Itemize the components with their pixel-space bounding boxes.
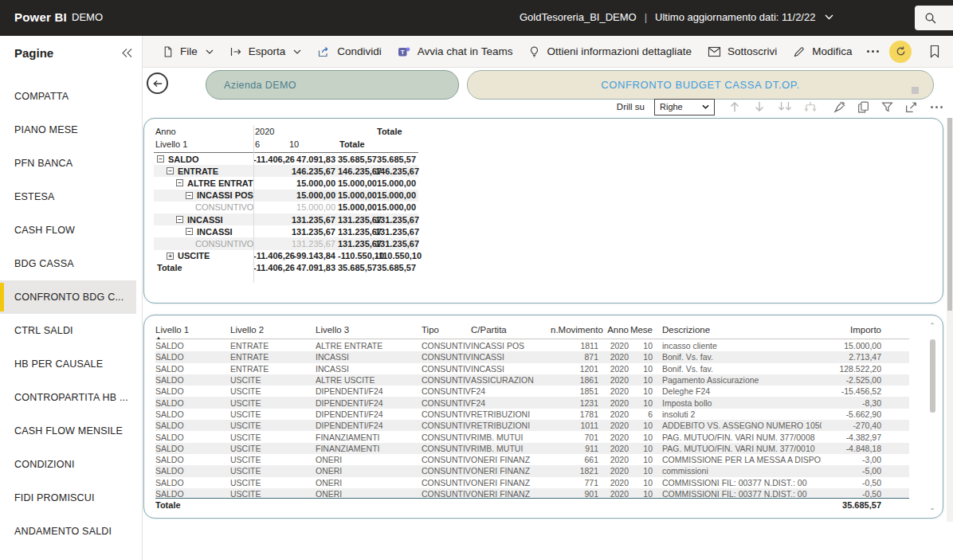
- table-row[interactable]: SALDO USCITE DIPENDENTI/F24 CONSUNTIVO F…: [155, 397, 909, 408]
- matrix-header: Anno 2020 Totale Livello 1 6 10 Totale: [154, 125, 418, 153]
- table-total-row: Totale 35.685,57: [155, 498, 909, 511]
- expand-collapse-icon[interactable]: −: [157, 155, 164, 163]
- expand-collapse-icon[interactable]: −: [176, 216, 183, 223]
- export-menu-button[interactable]: Esporta: [222, 36, 310, 68]
- matrix-row[interactable]: − ENTRATE 146.235,67 146.235,67 146.235,…: [154, 165, 418, 177]
- workspace-name[interactable]: DEMO: [72, 11, 103, 23]
- table-row[interactable]: SALDO USCITE ONERI CONSUNTIVO ONERI FINA…: [155, 465, 909, 476]
- lightbulb-icon: [528, 45, 540, 58]
- bookmark-icon[interactable]: [929, 45, 940, 58]
- scroll-down-icon[interactable]: ⌄: [929, 502, 935, 513]
- sidebar-page-item[interactable]: ANDAMENTO SALDI: [0, 515, 136, 548]
- sidebar-page-item[interactable]: CONFRONTO BDG C...: [0, 280, 136, 314]
- table-row[interactable]: SALDO USCITE DIPENDENTI/F24 CONSUNTIVO F…: [155, 386, 909, 397]
- matrix-row[interactable]: − INCASSI 131.235,67 131.235,67 131.235,…: [154, 225, 418, 237]
- sidebar-page-item[interactable]: COMPATTA: [0, 80, 136, 113]
- chevron-down-icon: [293, 49, 301, 54]
- expand-collapse-icon[interactable]: −: [186, 192, 193, 199]
- teams-chat-button[interactable]: T Avvia chat in Teams: [390, 36, 521, 68]
- scroll-up-icon[interactable]: ⌃: [929, 320, 935, 331]
- column-header-tipo[interactable]: Tipo: [422, 325, 471, 335]
- sidebar-page-item[interactable]: CONTROPARTITA HB ...: [0, 381, 136, 414]
- subscribe-button[interactable]: Sottoscrivi: [700, 36, 785, 68]
- column-header-mese[interactable]: Mese: [629, 325, 653, 335]
- more-options-button[interactable]: [861, 50, 885, 53]
- back-button[interactable]: [147, 72, 168, 94]
- column-header-anno[interactable]: Anno: [598, 325, 629, 335]
- arrow-left-icon: [152, 79, 163, 88]
- expand-collapse-icon[interactable]: +: [167, 253, 174, 260]
- matrix-col-10: 10: [288, 139, 338, 149]
- drill-down-icon[interactable]: [752, 100, 767, 114]
- table-row[interactable]: SALDO USCITE DIPENDENTI/F24 CONSUNTIVO R…: [155, 409, 909, 420]
- matrix-column-divider: [253, 125, 254, 283]
- file-menu-button[interactable]: File: [154, 36, 222, 68]
- table-row[interactable]: SALDO ENTRATE INCASSI CONSUNTIVO INCASSI…: [155, 363, 909, 374]
- table-scrollbar-thumb[interactable]: [930, 339, 935, 413]
- visual-more-options-button[interactable]: [931, 106, 943, 108]
- focus-mode-icon[interactable]: [904, 100, 918, 114]
- matrix-row[interactable]: Totale -11.406,26 47.091,83 35.685,57 35…: [154, 262, 418, 274]
- refresh-button[interactable]: [889, 41, 912, 63]
- matrix-row[interactable]: − ALTRE ENTRATE 15.000,00 15.000,00 15.0…: [154, 177, 418, 189]
- sidebar-page-item[interactable]: ESTESA: [0, 180, 136, 213]
- column-header-cpartita[interactable]: C/Partita: [471, 325, 551, 335]
- column-header-livello1[interactable]: Livello 1▲: [155, 325, 230, 335]
- drill-on-select[interactable]: Righe: [654, 99, 715, 116]
- last-update-text[interactable]: Ultimo aggiornamento dati: 11/2/22: [655, 11, 815, 23]
- table-row[interactable]: SALDO ENTRATE INCASSI CONSUNTIVO INCASSI…: [155, 351, 909, 362]
- expand-all-icon[interactable]: [803, 100, 818, 114]
- expand-collapse-icon[interactable]: −: [176, 179, 183, 186]
- table-scrollbar[interactable]: ⌃ ⌄: [928, 320, 937, 513]
- envelope-icon: [708, 46, 721, 57]
- matrix-row[interactable]: − INCASSI 131.235,67 131.235,67 131.235,…: [154, 213, 418, 225]
- collapse-panel-icon[interactable]: [121, 48, 132, 58]
- pin-icon[interactable]: [833, 100, 846, 114]
- sidebar-page-item[interactable]: HB PER CAUSALE: [0, 347, 136, 381]
- table-row[interactable]: SALDO USCITE FINANZIAMENTI CONSUNTIVO RI…: [155, 431, 909, 442]
- table-row[interactable]: SALDO USCITE ALTRE USCITE CONSUNTIVO ASS…: [155, 374, 909, 386]
- matrix-col-year: 2020: [253, 127, 288, 136]
- share-button[interactable]: Condividi: [309, 36, 390, 68]
- resize-handle[interactable]: [912, 87, 919, 94]
- sidebar-page-item[interactable]: BDG CASSA: [0, 247, 136, 280]
- sidebar-page-item[interactable]: CTRL SALDI: [0, 314, 136, 347]
- copy-icon[interactable]: [857, 100, 870, 114]
- matrix-row[interactable]: CONSUNTIVO 131.235,67 131.235,67 131.235…: [154, 237, 418, 249]
- matrix-row[interactable]: − INCASSI POS 15.000,00 15.000,00 15.000…: [154, 190, 418, 202]
- matrix-row[interactable]: + USCITE -11.406,26 -99.143,84 -110.550,…: [154, 250, 418, 262]
- sidebar-page-item[interactable]: FIDI PROMISCUI: [0, 481, 136, 515]
- pages-sidebar: Pagine COMPATTA PIANO MESE PFN BANCA EST…: [0, 36, 142, 560]
- sidebar-page-item[interactable]: PFN BANCA: [0, 147, 136, 180]
- table-row[interactable]: SALDO USCITE ONERI CONSUNTIVO ONERI FINA…: [155, 477, 909, 488]
- sidebar-page-item[interactable]: CONDIZIONI: [0, 448, 136, 481]
- column-header-importo[interactable]: Importo: [822, 325, 881, 335]
- column-header-livello2[interactable]: Livello 2: [230, 325, 316, 335]
- chevron-down-icon[interactable]: [825, 14, 833, 20]
- table-row[interactable]: SALDO USCITE FINANZIAMENTI CONSUNTIVO RI…: [155, 443, 909, 454]
- filter-icon[interactable]: [880, 100, 894, 114]
- go-to-next-level-icon[interactable]: [777, 100, 793, 114]
- matrix-row[interactable]: − SALDO -11.406,26 47.091,83 35.685,57 3…: [154, 153, 418, 165]
- total-label: Totale: [155, 500, 230, 510]
- expand-collapse-icon[interactable]: −: [186, 228, 193, 235]
- sidebar-page-item[interactable]: CASH FLOW: [0, 213, 136, 247]
- column-header-livello3[interactable]: Livello 3: [316, 325, 422, 335]
- pencil-icon: [793, 45, 806, 58]
- azienda-slicer[interactable]: Azienda DEMO: [206, 70, 459, 100]
- expand-collapse-icon[interactable]: −: [167, 167, 174, 174]
- table-row[interactable]: SALDO USCITE ONERI CONSUNTIVO ONERI FINA…: [155, 454, 909, 465]
- sidebar-page-item[interactable]: PIANO MESE: [0, 113, 136, 147]
- table-row[interactable]: SALDO ENTRATE ALTRE ENTRATE CONSUNTIVO I…: [155, 340, 909, 351]
- matrix-row[interactable]: CONSUNTIVO 15.000,00 15.000,00 15.000,00: [154, 202, 418, 213]
- page-scrollbar-thumb[interactable]: [947, 118, 952, 311]
- drill-up-icon[interactable]: [727, 100, 742, 114]
- edit-button[interactable]: Modifica: [785, 36, 860, 68]
- sidebar-page-item[interactable]: CASH FLOW MENSILE: [0, 414, 136, 448]
- column-header-descrizione[interactable]: Descrizione: [653, 325, 822, 335]
- insights-button[interactable]: Ottieni informazioni dettagliate: [520, 36, 700, 68]
- column-header-nmovimento[interactable]: n.Movimento: [551, 325, 598, 335]
- search-input[interactable]: [915, 6, 953, 30]
- table-row[interactable]: SALDO USCITE DIPENDENTI/F24 CONSUNTIVO R…: [155, 420, 909, 431]
- powerbi-logo[interactable]: Power BI: [14, 10, 67, 24]
